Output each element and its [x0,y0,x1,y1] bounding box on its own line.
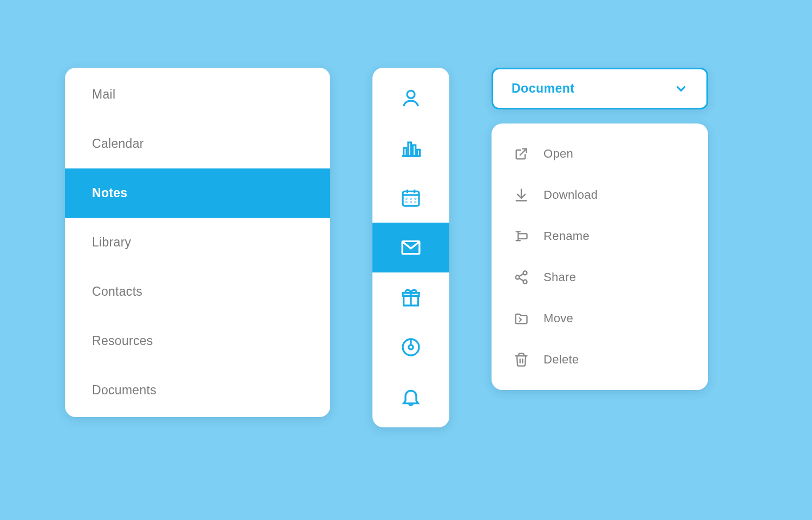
icon-rail-item-gift[interactable] [372,272,449,322]
nav-item-library[interactable]: Library [65,218,330,267]
disc-icon [400,336,422,358]
menu-item-download[interactable]: Download [492,174,708,216]
dropdown-selected-label: Document [512,81,574,96]
nav-item-resources[interactable]: Resources [65,316,330,366]
svg-point-21 [409,345,413,349]
menu-item-label: Download [543,188,598,202]
nav-item-notes[interactable]: Notes [65,168,330,218]
menu-item-rename[interactable]: Rename [492,216,708,257]
nav-item-label: Notes [92,186,127,200]
svg-point-12 [415,198,416,199]
menu-item-label: Delete [543,353,579,367]
menu-item-open[interactable]: Open [492,133,708,174]
menu-item-label: Move [543,311,573,326]
external-link-icon [514,146,529,161]
menu-item-label: Rename [543,229,590,243]
svg-rect-3 [408,142,411,156]
menu-item-label: Open [543,147,573,161]
menu-item-label: Share [543,270,576,284]
nav-item-contacts[interactable]: Contacts [65,267,330,316]
nav-item-label: Calendar [92,136,144,151]
mail-icon [400,237,422,258]
trash-icon [514,352,529,367]
icon-rail-item-calendar[interactable] [372,173,449,223]
bar-chart-icon [400,137,422,159]
svg-point-15 [415,202,416,203]
svg-point-0 [407,90,415,98]
svg-point-10 [406,198,407,199]
svg-rect-5 [417,150,420,156]
icon-rail-item-user[interactable] [372,73,449,123]
svg-line-33 [519,274,523,277]
icon-rail [372,68,449,427]
bell-icon [400,386,422,408]
svg-rect-2 [404,148,407,156]
icon-rail-item-mail[interactable] [372,223,449,272]
nav-item-label: Mail [92,87,115,101]
svg-line-34 [519,278,523,281]
rename-icon [514,229,529,244]
nav-item-label: Contacts [92,284,142,298]
nav-item-label: Resources [92,334,153,348]
icon-rail-item-disc[interactable] [372,322,449,372]
menu-item-share[interactable]: Share [492,257,708,298]
nav-item-calendar[interactable]: Calendar [65,119,330,168]
svg-point-14 [411,202,411,203]
nav-item-label: Library [92,235,131,249]
svg-point-13 [406,202,407,203]
user-icon [400,87,422,109]
svg-rect-26 [518,233,527,238]
nav-item-documents[interactable]: Documents [65,366,330,415]
document-dropdown[interactable]: Document [492,68,708,109]
icon-rail-item-bell[interactable] [372,372,449,422]
svg-rect-4 [412,145,415,156]
folder-move-icon [514,311,529,326]
calendar-icon [400,187,422,209]
download-icon [514,187,529,203]
menu-item-move[interactable]: Move [492,298,708,339]
gift-icon [400,287,422,308]
icon-rail-item-chart[interactable] [372,123,449,173]
nav-item-mail[interactable]: Mail [65,70,330,119]
menu-item-delete[interactable]: Delete [492,339,708,380]
svg-point-11 [411,198,411,199]
share-icon [514,270,529,285]
chevron-down-icon [674,82,688,96]
navigation-panel: Mail Calendar Notes Library Contacts Res… [65,68,330,417]
nav-item-label: Documents [92,383,156,397]
context-menu: Open Download [492,123,708,390]
